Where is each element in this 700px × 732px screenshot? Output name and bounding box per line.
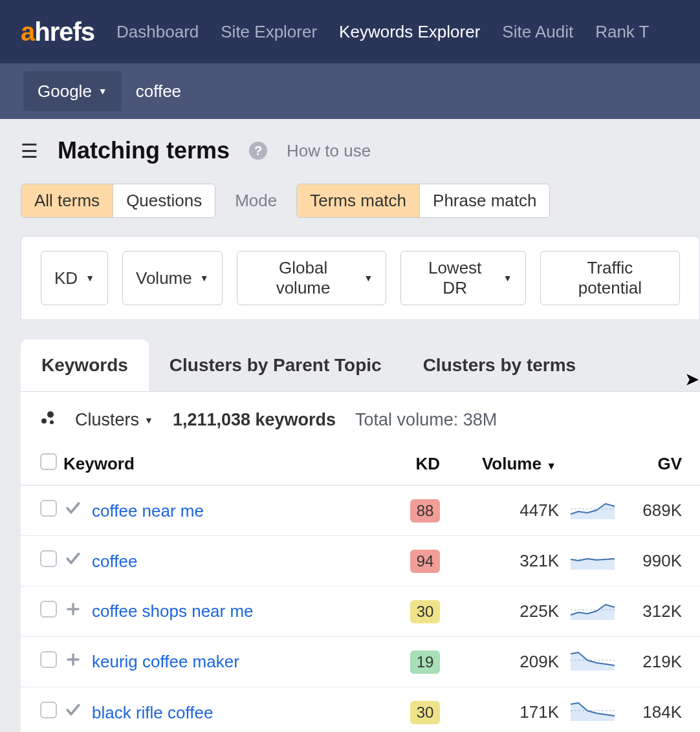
- results-card: Clusters ▼ 1,211,038 keywords Total volu…: [21, 391, 700, 732]
- filter-lowest-dr[interactable]: Lowest DR▼: [400, 251, 525, 305]
- svg-point-2: [50, 420, 54, 424]
- sparkline: [563, 536, 622, 587]
- cursor-icon: ➤: [684, 369, 699, 390]
- filter-traffic-potential[interactable]: Traffic potential: [540, 251, 680, 305]
- toggle-all-terms[interactable]: All terms: [21, 184, 113, 217]
- toggle-row: All terms Questions Mode Terms match Phr…: [21, 184, 700, 218]
- chevron-down-icon: ▼: [85, 273, 94, 283]
- plus-icon[interactable]: [63, 601, 83, 617]
- kd-badge: 88: [410, 499, 440, 522]
- sparkline: [563, 637, 622, 687]
- kd-badge: 94: [410, 550, 440, 573]
- nav-site-explorer[interactable]: Site Explorer: [221, 22, 317, 42]
- keyword-count: 1,211,038 keywords: [173, 410, 336, 430]
- column-keyword[interactable]: Keyword: [63, 443, 395, 486]
- sort-desc-icon: ▼: [546, 460, 556, 471]
- page-title: Matching terms: [58, 137, 230, 164]
- svg-point-1: [47, 411, 54, 418]
- volume-cell: 171K: [446, 687, 563, 733]
- chevron-down-icon: ▼: [364, 273, 373, 283]
- chevron-down-icon: ▼: [200, 273, 209, 283]
- logo: ahrefs: [21, 17, 94, 47]
- clusters-dropdown[interactable]: Clusters ▼: [75, 410, 153, 430]
- match-mode-toggle: Terms match Phrase match: [296, 184, 550, 218]
- sparkline: [563, 687, 622, 733]
- help-icon[interactable]: ?: [249, 142, 267, 160]
- gv-cell: 184K: [622, 687, 700, 733]
- filters-card: KD▼ Volume▼ Global volume▼ Lowest DR▼ Tr…: [21, 236, 700, 320]
- total-volume: Total volume: 38M: [355, 410, 497, 430]
- keyword-link[interactable]: coffee near me: [92, 501, 204, 521]
- kd-badge: 30: [410, 701, 440, 724]
- tab-clusters-terms[interactable]: Clusters by terms: [402, 339, 597, 391]
- table-row: keurig coffee maker19209K219K: [21, 637, 700, 687]
- toggle-questions[interactable]: Questions: [113, 184, 215, 217]
- filter-kd[interactable]: KD▼: [41, 251, 108, 305]
- terms-questions-toggle: All terms Questions: [21, 184, 215, 218]
- gv-cell: 990K: [622, 536, 700, 587]
- tab-clusters-parent[interactable]: Clusters by Parent Topic: [149, 339, 402, 391]
- sparkline: [563, 486, 622, 536]
- keyword-link[interactable]: keurig coffee maker: [92, 652, 239, 671]
- search-bar: Google ▼: [0, 63, 700, 119]
- menu-icon[interactable]: ☰: [21, 140, 38, 162]
- chevron-down-icon: ▼: [98, 86, 107, 96]
- main-content: ☰ Matching terms ? How to use All terms …: [0, 119, 700, 732]
- how-to-use-link[interactable]: How to use: [287, 141, 371, 161]
- tab-strip: Keywords Clusters by Parent Topic Cluste…: [21, 339, 700, 391]
- filter-volume[interactable]: Volume▼: [122, 251, 223, 305]
- gv-cell: 312K: [622, 587, 700, 637]
- table-row: coffee near me88447K689K: [21, 486, 700, 536]
- sparkline: [563, 587, 622, 637]
- row-checkbox[interactable]: [40, 500, 57, 517]
- volume-cell: 225K: [446, 587, 563, 637]
- table-row: coffee94321K990K: [21, 536, 700, 587]
- toggle-phrase-match[interactable]: Phrase match: [420, 184, 549, 217]
- volume-cell: 321K: [446, 536, 563, 587]
- nav-site-audit[interactable]: Site Audit: [502, 22, 573, 42]
- row-checkbox[interactable]: [40, 601, 57, 618]
- check-icon[interactable]: [63, 500, 83, 517]
- filter-global-volume[interactable]: Global volume▼: [237, 251, 387, 305]
- check-icon[interactable]: [63, 702, 83, 718]
- search-input[interactable]: [122, 71, 700, 111]
- column-kd[interactable]: KD: [395, 443, 446, 486]
- logo-letter-a: a: [21, 17, 34, 46]
- column-gv[interactable]: GV: [622, 443, 700, 486]
- chevron-down-icon: ▼: [503, 273, 512, 283]
- row-checkbox[interactable]: [40, 702, 57, 718]
- keyword-link[interactable]: black rifle coffee: [92, 703, 213, 722]
- volume-cell: 447K: [446, 486, 563, 536]
- cluster-icon: [40, 411, 56, 430]
- keyword-link[interactable]: coffee: [92, 552, 137, 571]
- gv-cell: 219K: [622, 637, 700, 687]
- check-icon[interactable]: [63, 550, 83, 567]
- search-engine-dropdown[interactable]: Google ▼: [23, 71, 122, 111]
- row-checkbox[interactable]: [40, 550, 57, 567]
- column-volume[interactable]: Volume ▼: [446, 443, 563, 486]
- table-row: black rifle coffee30171K184K: [21, 687, 700, 733]
- select-all-checkbox[interactable]: [40, 453, 57, 470]
- logo-rest: hrefs: [34, 17, 94, 46]
- nav-rank-tracker[interactable]: Rank T: [595, 22, 649, 42]
- kd-badge: 30: [410, 600, 440, 623]
- table-row: coffee shops near me30225K312K: [21, 587, 700, 637]
- row-checkbox[interactable]: [40, 651, 57, 668]
- keywords-table: Keyword KD Volume ▼ GV coffee near me884…: [21, 443, 700, 732]
- nav-dashboard[interactable]: Dashboard: [116, 22, 199, 42]
- svg-point-0: [41, 418, 47, 424]
- gv-cell: 689K: [622, 486, 700, 536]
- toggle-terms-match[interactable]: Terms match: [297, 184, 420, 217]
- chevron-down-icon: ▼: [144, 415, 153, 425]
- kd-badge: 19: [410, 651, 440, 674]
- volume-cell: 209K: [446, 637, 563, 687]
- summary-row: Clusters ▼ 1,211,038 keywords Total volu…: [21, 392, 700, 443]
- keyword-link[interactable]: coffee shops near me: [92, 601, 254, 621]
- plus-icon[interactable]: [63, 652, 83, 667]
- search-engine-label: Google: [38, 81, 92, 102]
- top-navigation: ahrefs Dashboard Site Explorer Keywords …: [0, 0, 700, 63]
- title-bar: ☰ Matching terms ? How to use: [21, 137, 700, 164]
- mode-label: Mode: [235, 191, 277, 211]
- nav-keywords-explorer[interactable]: Keywords Explorer: [339, 22, 480, 42]
- tab-keywords[interactable]: Keywords: [21, 339, 149, 391]
